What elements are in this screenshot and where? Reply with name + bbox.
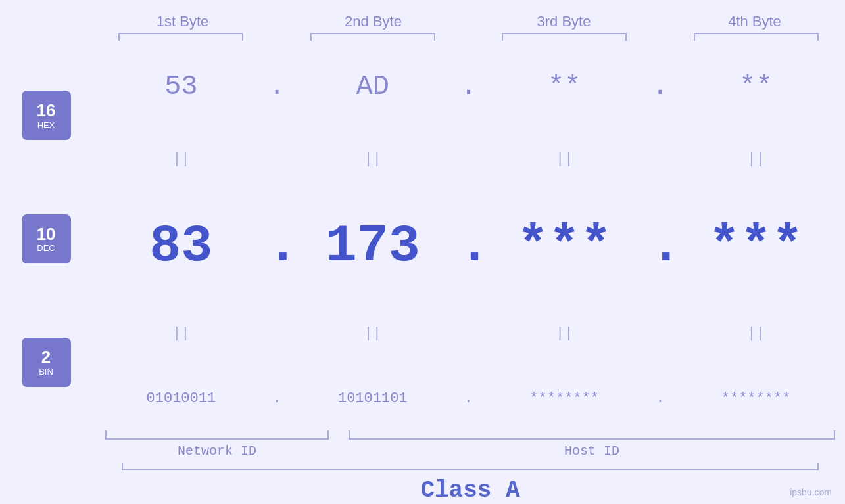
byte-headers-row: 1st Byte 2nd Byte 3rd Byte 4th Byte (107, 13, 831, 30)
dec-badge: 10 DEC (22, 214, 71, 263)
content-area: 53 . AD . ** . ** || || (92, 47, 845, 430)
main-area: 16 HEX 10 DEC 2 BIN 53 . AD (0, 47, 845, 430)
bracket-byte1 (118, 33, 243, 41)
bin-b4: ******** (690, 390, 822, 407)
dec-dot1: . (267, 220, 287, 273)
dec-dot2: . (458, 220, 478, 273)
bin-b3: ******** (498, 390, 630, 407)
dec-row: 83 . 173 . *** . *** (105, 216, 832, 276)
bin-dot1: . (267, 390, 287, 407)
eq1-b3: || (498, 151, 630, 168)
byte1-header: 1st Byte (117, 13, 249, 30)
outer-bracket-line (122, 463, 819, 470)
eq2-b1: || (115, 325, 247, 342)
byte4-header: 4th Byte (689, 13, 821, 30)
hex-b1: 53 (115, 71, 247, 103)
dec-dot3: . (650, 220, 670, 273)
eq1-b1: || (115, 151, 247, 168)
eq1-b4: || (690, 151, 822, 168)
hex-b3: ** (498, 71, 630, 103)
hex-dot1: . (267, 71, 287, 103)
hex-b4: ** (690, 71, 822, 103)
watermark: ipshu.com (790, 487, 832, 497)
dec-b2: 173 (307, 216, 439, 276)
eq2-b2: || (307, 325, 439, 342)
main-container: 1st Byte 2nd Byte 3rd Byte 4th Byte 16 H… (0, 0, 845, 504)
badges-column: 16 HEX 10 DEC 2 BIN (0, 47, 92, 430)
eq-row-2: || || || || (105, 325, 832, 342)
network-id-bracket: Network ID (95, 430, 339, 459)
bin-b2: 10101101 (307, 390, 439, 407)
bottom-bracket-area: Network ID Host ID (95, 430, 845, 459)
dec-b3: *** (498, 216, 630, 276)
hex-badge: 16 HEX (22, 91, 71, 140)
host-bracket-line (349, 430, 835, 440)
hex-dot3: . (650, 71, 670, 103)
dec-b4: *** (690, 216, 822, 276)
class-area: Class A (95, 463, 845, 504)
byte2-header: 2nd Byte (308, 13, 439, 30)
host-id-label: Host ID (564, 444, 619, 459)
hex-b2: AD (307, 71, 439, 103)
network-id-label: Network ID (178, 444, 256, 459)
eq-row-1: || || || || (105, 151, 832, 168)
top-brackets (107, 33, 831, 41)
eq2-b4: || (690, 325, 822, 342)
bracket-byte4 (694, 33, 819, 41)
network-bracket-line (105, 430, 329, 440)
bin-b1: 01010011 (115, 390, 247, 407)
host-id-bracket: Host ID (339, 430, 845, 459)
bin-dot3: . (650, 390, 670, 407)
class-label: Class A (420, 477, 519, 504)
dec-b1: 83 (115, 216, 247, 276)
bracket-byte3 (502, 33, 627, 41)
bin-row: 01010011 . 10101101 . ******** . *******… (105, 390, 832, 407)
hex-dot2: . (458, 71, 478, 103)
bracket-byte2 (310, 33, 435, 41)
bin-dot2: . (458, 390, 478, 407)
eq2-b3: || (498, 325, 630, 342)
bin-badge: 2 BIN (22, 338, 71, 387)
hex-row: 53 . AD . ** . ** (105, 71, 832, 103)
byte3-header: 3rd Byte (498, 13, 630, 30)
eq1-b2: || (307, 151, 439, 168)
